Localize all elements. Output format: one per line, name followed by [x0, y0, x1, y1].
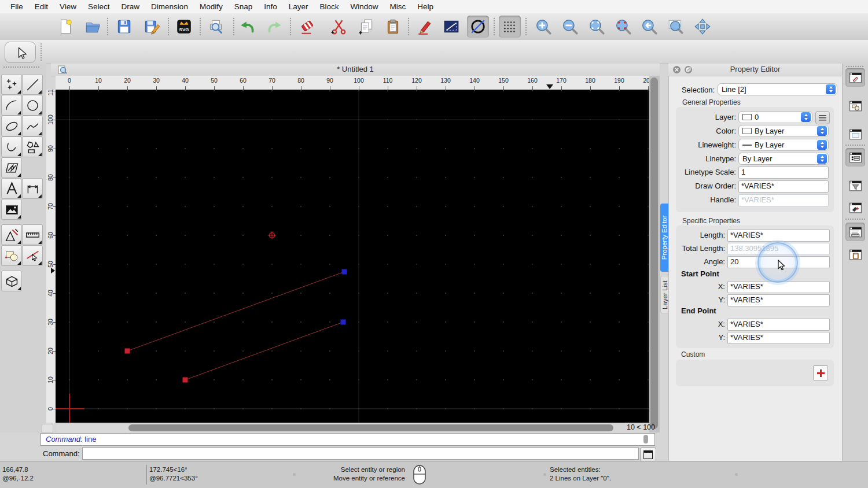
command-line-dock-icon[interactable]: [845, 223, 865, 241]
grid-dot: [300, 293, 301, 294]
hatch-tool[interactable]: [1, 157, 22, 178]
menu-item[interactable]: Select: [82, 0, 116, 13]
canvas-horizontal-scrollbar[interactable]: [56, 424, 615, 432]
image-tool[interactable]: [1, 199, 22, 220]
save-as-button[interactable]: [141, 16, 163, 38]
delete-button[interactable]: [296, 16, 318, 38]
end-point-handle[interactable]: [342, 269, 347, 275]
select-tool[interactable]: [22, 245, 43, 266]
layer-menu-button[interactable]: [815, 111, 830, 124]
print-preview-button[interactable]: [205, 16, 227, 38]
clipboard-dock-icon[interactable]: [845, 245, 865, 264]
menu-item[interactable]: Draw: [116, 0, 146, 13]
cut-button[interactable]: [328, 16, 350, 38]
cad-line[interactable]: [185, 322, 343, 380]
add-custom-property-button[interactable]: [813, 365, 828, 380]
h-ruler-tick-label: 150: [498, 77, 509, 84]
redo-button[interactable]: [263, 16, 285, 38]
property-editor-dock-icon[interactable]: [845, 68, 865, 87]
block-list-dock-icon[interactable]: [845, 97, 865, 115]
start-x-field[interactable]: *VARIES*: [727, 281, 830, 293]
end-x-field[interactable]: *VARIES*: [727, 319, 830, 331]
menu-item[interactable]: Modify: [194, 0, 229, 13]
circle-tool[interactable]: [22, 95, 43, 116]
undo-button[interactable]: [237, 16, 259, 38]
menu-item[interactable]: Edit: [29, 0, 54, 13]
linetype-dropdown[interactable]: By Layer: [738, 153, 829, 165]
document-tab-title[interactable]: * Untitled 1: [51, 65, 660, 73]
menu-item[interactable]: Block: [314, 0, 345, 13]
color-dropdown[interactable]: By Layer: [738, 125, 829, 137]
property-editor-side-tab[interactable]: Property Editor: [660, 204, 668, 272]
auto-zoom-button[interactable]: [586, 16, 608, 38]
linetype-scale-field[interactable]: 1: [738, 167, 829, 179]
ellipse-tool[interactable]: [1, 116, 22, 136]
previous-view-button[interactable]: [638, 16, 660, 38]
line-pattern-button[interactable]: [440, 16, 462, 38]
open-document-button[interactable]: [82, 16, 104, 38]
v-scroll-thumb[interactable]: [650, 77, 658, 429]
grid-toggle-button[interactable]: [499, 16, 521, 38]
polyline-tool[interactable]: [1, 136, 22, 157]
shape-tool[interactable]: [22, 136, 43, 157]
pan-zoom-button[interactable]: [692, 16, 713, 38]
library-browser-dock-icon[interactable]: [845, 125, 865, 143]
grid-dot: [127, 90, 128, 91]
menu-item[interactable]: Layer: [283, 0, 314, 13]
menu-item[interactable]: Misc: [384, 0, 412, 13]
drawing-canvas[interactable]: [56, 90, 649, 423]
selection-tool-button[interactable]: [5, 42, 36, 63]
layer-list-dock-icon[interactable]: [845, 148, 865, 167]
new-document-button[interactable]: [54, 16, 76, 38]
solid-tool[interactable]: [1, 271, 22, 291]
zoom-out-button[interactable]: [559, 16, 581, 38]
paste-button[interactable]: [382, 16, 404, 38]
start-point-handle[interactable]: [183, 378, 188, 383]
modify-tool[interactable]: [1, 224, 22, 245]
menu-item[interactable]: Dimension: [145, 0, 194, 13]
cad-line[interactable]: [127, 272, 344, 351]
point-tool[interactable]: [1, 74, 22, 95]
length-field[interactable]: *VARIES*: [727, 230, 830, 242]
zoom-selection-button[interactable]: [612, 16, 634, 38]
block-tool[interactable]: [1, 245, 22, 266]
restriction-off-button[interactable]: [467, 16, 489, 38]
layer-dropdown[interactable]: 0: [738, 111, 812, 123]
flashlight-dock-icon[interactable]: [845, 198, 865, 217]
line-tool[interactable]: [22, 74, 43, 95]
menu-item[interactable]: Window: [345, 0, 384, 13]
selection-dropdown[interactable]: Line [2]: [718, 83, 837, 95]
lineweight-dropdown[interactable]: By Layer: [738, 139, 829, 151]
dock-grip[interactable]: [846, 66, 863, 67]
menu-item[interactable]: Snap: [229, 0, 259, 13]
start-y-field[interactable]: *VARIES*: [727, 294, 830, 306]
canvas-vertical-scrollbar[interactable]: [649, 76, 660, 432]
end-point-handle[interactable]: [341, 320, 346, 325]
end-y-field[interactable]: *VARIES*: [727, 332, 830, 344]
measure-tool[interactable]: [22, 224, 43, 245]
grid-dot: [156, 206, 157, 207]
text-tool[interactable]: [1, 178, 22, 199]
window-zoom-button[interactable]: [665, 16, 687, 38]
menu-item[interactable]: File: [5, 0, 29, 13]
start-point-handle[interactable]: [125, 349, 130, 354]
pen-button[interactable]: [414, 16, 436, 38]
export-svg-button[interactable]: SVG: [173, 16, 195, 38]
selection-filter-dock-icon[interactable]: [845, 176, 865, 195]
arc-tool[interactable]: [1, 95, 22, 116]
menu-item[interactable]: Help: [411, 0, 439, 13]
zoom-in-button[interactable]: [532, 16, 554, 38]
command-input[interactable]: [82, 448, 639, 460]
grid-dot: [300, 148, 301, 149]
menu-item[interactable]: View: [54, 0, 82, 13]
command-history-scrollbar[interactable]: [643, 435, 648, 443]
menu-item[interactable]: Info: [258, 0, 283, 13]
spline-tool[interactable]: [22, 116, 43, 136]
h-scroll-thumb[interactable]: [128, 424, 613, 431]
command-options-button[interactable]: [640, 448, 656, 462]
save-button[interactable]: [113, 16, 135, 38]
copy-button[interactable]: [355, 16, 377, 38]
draw-order-field[interactable]: *VARIES*: [738, 180, 829, 193]
dimension-tool[interactable]: [22, 178, 43, 199]
palette-grip[interactable]: [3, 66, 39, 68]
